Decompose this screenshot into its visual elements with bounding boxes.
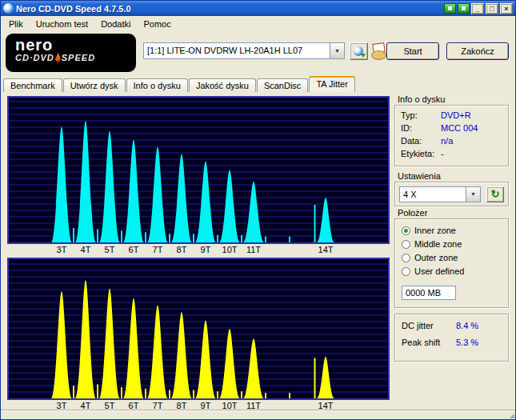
results-group: DC jitter 8.4 % Peak shift 5.3 % — [394, 314, 509, 362]
zone-option-middle[interactable]: Middle zone — [402, 238, 508, 250]
tray-icon-glyph — [448, 6, 452, 10]
x-axis-label: 4T — [81, 401, 91, 410]
disc-info-row: Etykieta: - — [395, 147, 508, 160]
speed-select-value: 4 X — [400, 187, 466, 202]
logo-cddvd-text: CD·DVD — [15, 53, 54, 62]
palm-icon — [371, 50, 386, 60]
close-button[interactable]: × — [500, 3, 513, 14]
disc-info-row: Typ: DVD+R — [395, 109, 508, 122]
disc-label-label: Etykieta: — [401, 149, 441, 158]
speed-select[interactable]: 4 X ▼ — [399, 186, 481, 202]
tab-jakosc-dysku[interactable]: Jakość dysku — [189, 78, 256, 92]
disc-info-row: ID: MCC 004 — [395, 122, 508, 134]
x-axis-label: 5T — [105, 245, 115, 254]
menu-pomoc[interactable]: Pomoc — [137, 17, 177, 31]
zone-radio[interactable] — [402, 254, 410, 262]
disc-info-title: Info o dysku — [398, 94, 445, 104]
sidebar: Info o dysku Typ: DVD+R ID: MCC 004 Data… — [393, 92, 513, 414]
app-icon — [3, 3, 14, 14]
drive-select[interactable]: [1:1] LITE-ON DVDRW LH-20A1H LL07 ▼ — [143, 42, 345, 59]
nero-brand-text: nero — [15, 37, 136, 53]
chevron-down-icon[interactable]: ▼ — [466, 187, 480, 202]
x-axis-label: 7T — [153, 245, 163, 254]
position-group: Inner zone Middle zone Outer zone User d… — [394, 218, 509, 308]
exit-button[interactable]: Zakończ — [446, 42, 509, 60]
chevron-down-icon[interactable]: ▼ — [330, 43, 344, 58]
title-bar: Nero CD-DVD Speed 4.7.5.0 _ □ × — [1, 1, 515, 16]
x-axis-label: 6T — [129, 245, 139, 254]
zone-option-user[interactable]: User defined — [402, 266, 508, 277]
zone-option-outer[interactable]: Outer zone — [402, 252, 508, 263]
disc-date-value: n/a — [441, 136, 453, 146]
x-axis-label: 11T — [246, 401, 261, 410]
zone-radio[interactable] — [402, 240, 410, 249]
hand-card-icon — [370, 42, 386, 61]
x-axis-label: 9T — [201, 401, 211, 410]
settings-title: Ustawienia — [398, 171, 441, 181]
dc-jitter-label: DC jitter — [402, 321, 456, 330]
tab-utworz-dysk[interactable]: Utwórz dysk — [63, 78, 126, 92]
disc-info-group: Typ: DVD+R ID: MCC 004 Data: n/a Etykiet… — [394, 105, 509, 166]
x-axis-label: 7T — [153, 401, 163, 410]
zone-option-inner[interactable]: Inner zone — [402, 225, 508, 236]
disc-date-label: Data: — [401, 136, 441, 146]
x-axis-label: 14T — [318, 245, 334, 254]
zone-label: Inner zone — [414, 226, 456, 235]
x-axis-label: 10T — [222, 245, 238, 254]
resize-grip-icon[interactable]: ◢ — [510, 412, 514, 419]
x-axis-label: 6T — [129, 401, 139, 410]
nero-product-text: CD·DVDSPEED — [15, 53, 136, 62]
peak-shift-value: 5.3 % — [456, 338, 478, 347]
disc-label-value: - — [441, 149, 444, 158]
peak-shift-label: Peak shift — [402, 338, 456, 347]
zone-radio[interactable] — [402, 226, 410, 235]
position-title: Położer — [398, 208, 427, 218]
disc-type-label: Typ: — [401, 110, 441, 120]
menu-dodatki[interactable]: Dodatki — [94, 17, 137, 31]
menu-plik[interactable]: Plik — [2, 17, 30, 31]
zone-label: Middle zone — [414, 239, 462, 249]
logo-speed-text: SPEED — [62, 53, 95, 62]
ta-jitter-chart-bottom — [7, 258, 390, 400]
disc-info-row: Data: n/a — [395, 134, 508, 147]
x-axis-top: 3T4T5T6T7T8T9T10T11T14T — [7, 245, 390, 255]
x-axis-label: 3T — [57, 401, 67, 410]
x-axis-label: 5T — [105, 401, 115, 410]
tab-scandisc[interactable]: ScanDisc — [257, 78, 308, 92]
minimize-button[interactable]: _ — [471, 3, 484, 14]
window-title: Nero CD-DVD Speed 4.7.5.0 — [16, 4, 442, 14]
x-axis-label: 3T — [57, 245, 67, 254]
settings-group: 4 X ▼ ↻ — [394, 182, 509, 206]
tab-ta-jitter[interactable]: TA Jitter — [309, 76, 355, 92]
menu-bar: Plik Uruchom test Dodatki Pomoc — [1, 16, 515, 31]
eject-disc-button[interactable] — [350, 42, 368, 60]
flame-icon — [55, 53, 61, 62]
zone-label: User defined — [414, 266, 464, 276]
green-arrow-icon — [361, 54, 366, 58]
zone-radio[interactable] — [402, 267, 410, 276]
drive-select-value: [1:1] LITE-ON DVDRW LH-20A1H LL07 — [144, 43, 330, 58]
start-button[interactable]: Start — [386, 42, 439, 60]
tab-strip: Benchmark Utwórz dysk Info o dysku Jakoś… — [3, 76, 356, 92]
status-bar: ◢ — [1, 410, 515, 419]
ta-jitter-chart-top — [7, 96, 390, 244]
tray-icon-2[interactable] — [458, 3, 470, 14]
x-axis-label: 11T — [246, 245, 261, 254]
x-axis-label: 14T — [318, 401, 334, 410]
x-axis-label: 9T — [201, 245, 211, 254]
maximize-button[interactable]: □ — [486, 3, 498, 14]
x-axis-label: 8T — [177, 245, 187, 254]
tab-info-o-dysku[interactable]: Info o dysku — [126, 78, 188, 92]
size-input[interactable] — [402, 286, 456, 300]
disc-type-value: DVD+R — [441, 110, 471, 120]
nero-logo: nero CD·DVDSPEED — [6, 34, 136, 72]
x-axis-label: 10T — [222, 401, 238, 410]
menu-uruchom-test[interactable]: Uruchom test — [30, 17, 94, 31]
disc-id-label: ID: — [401, 123, 441, 133]
x-axis-label: 4T — [81, 245, 91, 254]
refresh-button[interactable]: ↻ — [486, 186, 504, 202]
app-window: Nero CD-DVD Speed 4.7.5.0 _ □ × Plik Uru… — [0, 0, 516, 420]
result-row: Peak shift 5.3 % — [402, 338, 502, 347]
tab-benchmark[interactable]: Benchmark — [3, 78, 62, 92]
tray-icon-1[interactable] — [444, 3, 456, 14]
